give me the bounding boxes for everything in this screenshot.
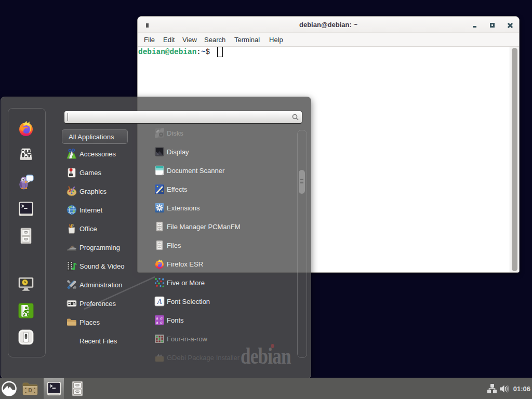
svg-text:a: a <box>156 320 158 325</box>
svg-text:D: D <box>28 388 32 393</box>
svg-text:A: A <box>157 298 162 305</box>
svg-text:a: a <box>160 320 162 325</box>
